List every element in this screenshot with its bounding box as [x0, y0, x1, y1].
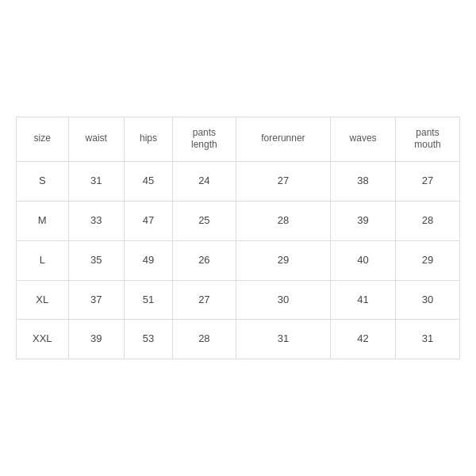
- cell-pants_mouth: 28: [396, 201, 460, 240]
- cell-waist: 33: [68, 201, 124, 240]
- cell-size: XXL: [17, 320, 69, 359]
- cell-pants_length: 27: [173, 280, 236, 320]
- cell-hips: 49: [124, 240, 172, 280]
- cell-waist: 37: [68, 280, 124, 320]
- cell-hips: 47: [124, 201, 172, 240]
- table-row: XXL395328314231: [17, 320, 460, 359]
- table-row: L354926294029: [17, 240, 460, 280]
- header-hips: hips: [124, 117, 172, 161]
- cell-size: S: [17, 161, 69, 201]
- cell-waves: 38: [331, 161, 396, 201]
- header-waves: waves: [331, 117, 396, 161]
- cell-waves: 39: [331, 201, 396, 240]
- cell-waist: 35: [68, 240, 124, 280]
- cell-waist: 31: [68, 161, 124, 201]
- cell-forerunner: 27: [236, 161, 330, 201]
- cell-hips: 51: [124, 280, 172, 320]
- cell-waves: 40: [331, 240, 396, 280]
- cell-pants_length: 24: [173, 161, 236, 201]
- cell-pants_length: 25: [173, 201, 236, 240]
- cell-pants_mouth: 29: [396, 240, 460, 280]
- header-waist: waist: [68, 117, 124, 161]
- table-header-row: size waist hips pantslength forerunner w…: [17, 117, 460, 161]
- cell-size: XL: [17, 280, 69, 320]
- header-pants-mouth: pantsmouth: [396, 117, 460, 161]
- header-forerunner: forerunner: [236, 117, 330, 161]
- cell-hips: 53: [124, 320, 172, 359]
- cell-pants_mouth: 27: [396, 161, 460, 201]
- cell-waves: 42: [331, 320, 396, 359]
- cell-waves: 41: [331, 280, 396, 320]
- cell-forerunner: 29: [236, 240, 330, 280]
- cell-hips: 45: [124, 161, 172, 201]
- cell-pants_length: 28: [173, 320, 236, 359]
- cell-pants_mouth: 31: [396, 320, 460, 359]
- cell-forerunner: 28: [236, 201, 330, 240]
- cell-forerunner: 31: [236, 320, 330, 359]
- cell-pants_mouth: 30: [396, 280, 460, 320]
- cell-size: L: [17, 240, 69, 280]
- cell-pants_length: 26: [173, 240, 236, 280]
- cell-size: M: [17, 201, 69, 240]
- table-row: S314524273827: [17, 161, 460, 201]
- table-row: M334725283928: [17, 201, 460, 240]
- cell-forerunner: 30: [236, 280, 330, 320]
- header-size: size: [17, 117, 69, 161]
- table-row: XL375127304130: [17, 280, 460, 320]
- size-chart: size waist hips pantslength forerunner w…: [16, 117, 460, 360]
- size-table: size waist hips pantslength forerunner w…: [16, 117, 460, 360]
- header-pants-length: pantslength: [173, 117, 236, 161]
- cell-waist: 39: [68, 320, 124, 359]
